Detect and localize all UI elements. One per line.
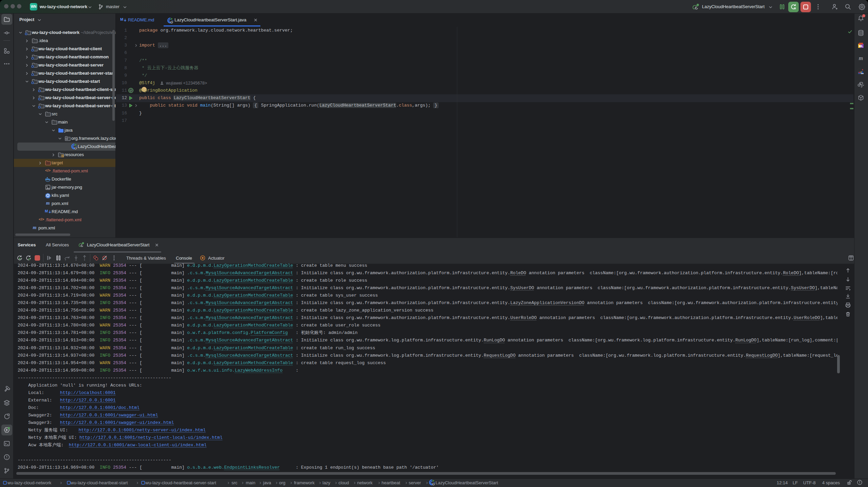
svg-text:ML: ML — [859, 44, 863, 48]
